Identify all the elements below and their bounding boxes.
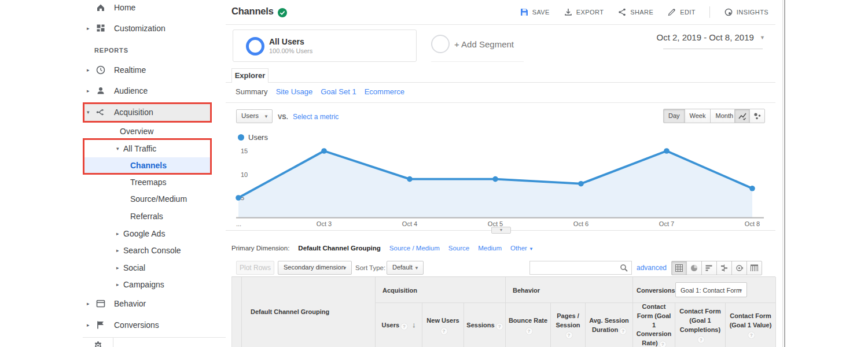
caret-right-icon[interactable]: ▸	[87, 83, 90, 99]
caret-right-icon[interactable]: ▸	[87, 62, 90, 78]
caret-right-icon[interactable]: ▸	[87, 317, 90, 333]
sidebar-item-campaigns[interactable]: ▸Campaigns	[84, 276, 210, 293]
caret-down-icon[interactable]: ▾	[87, 104, 90, 120]
sort-type-dropdown[interactable]: Default ▼	[387, 261, 424, 275]
add-segment-label: + Add Segment	[454, 39, 514, 49]
column-header-bounce-rate[interactable]: Bounce Rate?	[506, 303, 551, 347]
sidebar-item-search-console[interactable]: ▸Search Console	[84, 242, 210, 259]
sidebar-item-source-medium[interactable]: Source/Medium	[84, 191, 210, 207]
sort-descending-icon[interactable]: ↓	[412, 320, 416, 329]
caret-right-icon[interactable]: ▸	[116, 226, 119, 242]
sidebar-item-treemaps[interactable]: Treemaps	[84, 174, 210, 190]
sidebar-item-social[interactable]: ▸Social	[84, 260, 210, 276]
dimension-link-source-medium[interactable]: Source / Medium	[389, 245, 440, 252]
performance-view-button[interactable]	[701, 261, 717, 275]
insights-icon	[724, 8, 733, 17]
pivot-view-icon	[750, 264, 759, 272]
granularity-day-button[interactable]: Day	[663, 109, 685, 123]
sidebar-item-behavior[interactable]: ▸Behavior	[84, 296, 210, 312]
caret-right-icon[interactable]: ▸	[116, 242, 119, 259]
help-icon[interactable]: ?	[526, 328, 532, 334]
scrollbar[interactable]	[784, 0, 785, 347]
line-chart-icon	[738, 112, 747, 121]
save-button[interactable]: SAVE	[520, 8, 550, 17]
help-icon[interactable]: ?	[620, 328, 626, 334]
subtab-summary[interactable]: Summary	[236, 87, 268, 96]
line-chart-toggle[interactable]	[734, 109, 750, 123]
dimension-other-dropdown[interactable]: Other ▼	[510, 245, 534, 252]
dimension-column-header[interactable]: Default Channel Grouping	[242, 277, 376, 347]
table-search-input[interactable]	[529, 261, 632, 275]
column-header-sessions[interactable]: Sessions?	[464, 303, 506, 347]
caret-right-icon[interactable]: ▸	[87, 296, 90, 312]
sidebar-bottom-divider	[83, 337, 226, 338]
column-header-users[interactable]: Users?↓	[376, 303, 422, 347]
advanced-search-link[interactable]: advanced	[637, 264, 667, 272]
help-icon[interactable]: ?	[496, 323, 503, 330]
tab-explorer[interactable]: Explorer	[231, 68, 269, 83]
subtab-site-usage[interactable]: Site Usage	[276, 87, 313, 96]
subtab-goal-set-1[interactable]: Goal Set 1	[321, 87, 356, 96]
add-segment-button[interactable]: + Add Segment	[431, 35, 529, 54]
segment-card-all-users[interactable]: All Users 100.00% Users	[233, 29, 417, 62]
column-header-avg-session-duration[interactable]: Avg. Session Duration?	[586, 303, 633, 347]
admin-gear-icon[interactable]	[93, 341, 104, 347]
page-title: Channels	[231, 6, 274, 17]
motion-chart-toggle[interactable]	[749, 109, 765, 123]
share-button[interactable]: SHARE	[617, 8, 653, 17]
select-metric-link[interactable]: Select a metric	[293, 113, 339, 121]
subtabs-divider	[226, 102, 775, 103]
comparison-view-button[interactable]	[716, 261, 732, 275]
sidebar-item-realtime[interactable]: ▸Realtime	[84, 62, 210, 78]
export-button[interactable]: EXPORT	[564, 8, 604, 17]
pivot-view-button[interactable]	[746, 261, 762, 275]
date-range-selector[interactable]: Oct 2, 2019 - Oct 8, 2019 ▼	[642, 32, 765, 42]
customization-icon	[95, 23, 106, 34]
conversions-icon	[95, 320, 106, 330]
sidebar-item-conversions[interactable]: ▸Conversions	[84, 317, 210, 333]
edit-button[interactable]: EDIT	[667, 8, 696, 17]
realtime-icon	[95, 65, 106, 75]
goal-selector-dropdown[interactable]: Goal 1: Contact Form▼	[675, 282, 747, 297]
sidebar-item-home[interactable]: Home	[84, 0, 210, 16]
primary-dimension-bar: Primary Dimension:Default Channel Groupi…	[231, 245, 534, 252]
percentage-view-button[interactable]	[686, 261, 702, 275]
sidebar-item-all-traffic[interactable]: ▾All Traffic	[84, 141, 210, 157]
save-icon	[520, 8, 529, 17]
sidebar-item-audience[interactable]: ▸Audience	[84, 83, 210, 99]
help-icon[interactable]: ?	[401, 323, 407, 330]
help-icon[interactable]: ?	[566, 332, 572, 338]
column-header-new-users[interactable]: New Users?	[422, 303, 464, 347]
column-header-contact-form-goal-1-conversion-rate-[interactable]: Contact Form (Goal 1 Conversion Rate)?	[633, 303, 675, 347]
secondary-dimension-dropdown[interactable]: Secondary dimension ▼	[278, 261, 352, 275]
caret-down-icon[interactable]: ▾	[116, 141, 119, 157]
dimension-link-medium[interactable]: Medium	[478, 245, 502, 252]
caret-right-icon[interactable]: ▸	[87, 20, 90, 36]
column-header-contact-form-goal-1-value-[interactable]: Contact Form (Goal 1 Value)?	[726, 303, 776, 347]
granularity-week-button[interactable]: Week	[685, 109, 711, 123]
sidebar-item-reports: REPORTS	[84, 42, 210, 58]
subtab-ecommerce[interactable]: Ecommerce	[365, 87, 404, 96]
dimension-link-source[interactable]: Source	[448, 245, 469, 252]
help-icon[interactable]: ?	[698, 337, 704, 343]
sidebar-item-customization[interactable]: ▸Customization	[84, 20, 210, 36]
column-header-contact-form-goal-1-completions-[interactable]: Contact Form (Goal 1 Completions)?	[675, 303, 726, 347]
sidebar-item-google-ads[interactable]: ▸Google Ads	[84, 226, 210, 242]
help-icon[interactable]: ?	[660, 341, 666, 347]
primary-dimension-selected[interactable]: Default Channel Grouping	[298, 245, 380, 252]
sidebar-item-channels[interactable]: Channels	[84, 157, 210, 174]
column-header-pages-session[interactable]: Pages / Session?	[551, 303, 586, 347]
term-cloud-button[interactable]	[731, 261, 747, 275]
table-view-button[interactable]	[671, 261, 687, 275]
sidebar-item-overview[interactable]: Overview	[84, 123, 210, 139]
insights-button[interactable]: INSIGHTS	[724, 8, 768, 17]
metric-dropdown[interactable]: Users ▼	[236, 109, 273, 123]
help-icon[interactable]: ?	[441, 328, 447, 334]
caret-right-icon[interactable]: ▸	[116, 260, 119, 276]
chart-expand-handle[interactable]: ▼	[491, 227, 511, 234]
plot-rows-button[interactable]: Plot Rows	[236, 261, 274, 275]
sidebar-item-acquisition[interactable]: ▾Acquisition	[84, 104, 210, 121]
sidebar-item-referrals[interactable]: Referrals	[84, 208, 210, 224]
caret-right-icon[interactable]: ▸	[116, 276, 119, 293]
help-icon[interactable]: ?	[748, 332, 755, 338]
